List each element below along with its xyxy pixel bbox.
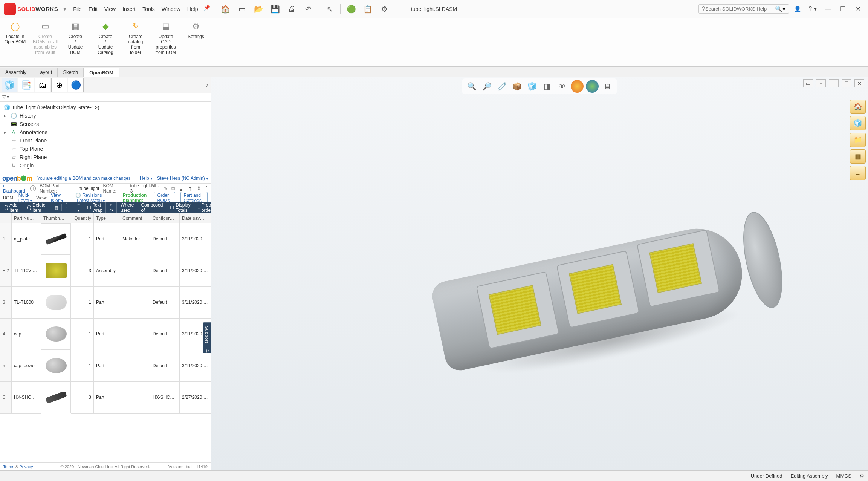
chevron-down-icon[interactable]: ▾ xyxy=(63,5,66,12)
ribbon-update-bom[interactable]: ▦ Create/ UpdateBOM xyxy=(60,18,90,66)
apply-scene-icon[interactable] xyxy=(586,80,599,93)
tab-layout[interactable]: Layout xyxy=(32,68,58,77)
search-help-input[interactable] xyxy=(705,6,775,12)
tree-sensors[interactable]: 📟Sensors xyxy=(3,120,209,128)
share-icon[interactable]: ⇪ xyxy=(197,185,201,191)
bom-table[interactable]: Part Nu…Thumbn… QuantityType CommentConf… xyxy=(0,213,211,414)
menu-window[interactable]: Window xyxy=(159,5,183,14)
undo-icon[interactable]: ↶ xyxy=(302,3,314,15)
composed-of-button[interactable]: Composed of xyxy=(138,202,166,214)
task-resources-icon[interactable]: 🧊 xyxy=(850,116,866,130)
search-icon[interactable]: 🔍▾ xyxy=(775,5,785,12)
privacy-link[interactable]: Privacy xyxy=(19,464,33,469)
task-appearance-icon[interactable]: ≡ xyxy=(850,166,866,180)
task-view-icon[interactable]: ▥ xyxy=(850,149,866,164)
view-orientation-icon[interactable]: 🧊 xyxy=(526,80,538,93)
section-view-icon[interactable]: 📦 xyxy=(510,80,523,93)
edit-name-icon[interactable]: ✎ xyxy=(164,186,167,191)
zoom-area-icon[interactable]: 🔎 xyxy=(480,80,493,93)
expand-icon[interactable]: › xyxy=(206,81,208,89)
undo-redo[interactable]: ↶ ↷ xyxy=(107,202,117,214)
status-units[interactable]: MMGS xyxy=(836,473,851,479)
tree-annotations[interactable]: ▸A̲Annotations xyxy=(3,128,209,136)
maximize-button[interactable]: ☐ xyxy=(836,4,849,14)
menu-help[interactable]: Help xyxy=(184,5,201,14)
table-row[interactable]: + 2 TL-110V-… 3 AssemblyDefault3/11/2020… xyxy=(0,255,211,286)
fm-tab-tree-icon[interactable]: 🧊 xyxy=(2,78,17,92)
support-tab[interactable]: Support ⓘ xyxy=(203,322,211,353)
user-icon[interactable]: 👤 xyxy=(791,4,804,14)
terms-link[interactable]: Terms xyxy=(3,464,14,469)
settings-icon[interactable]: ⚙ xyxy=(378,3,390,15)
upload-icon[interactable]: ⭱ xyxy=(188,185,193,191)
table-row[interactable]: 1 al_plate 1 PartMake form …Default3/11/… xyxy=(0,223,211,255)
search-help[interactable]: ? 🔍▾ xyxy=(698,4,789,14)
zoom-fit-icon[interactable]: 🔍 xyxy=(465,80,478,93)
collapse-icon[interactable]: ˄ xyxy=(205,185,208,191)
task-file-icon[interactable]: 📁 xyxy=(850,133,866,147)
mdi-tile-icon[interactable]: ▭ xyxy=(803,79,813,87)
ribbon-update-catalog[interactable]: ◆ Create/ UpdateCatalog xyxy=(90,18,121,66)
table-row[interactable]: 3 TL-T1000 1 PartDefault3/11/2020 3:… st… xyxy=(0,286,211,318)
tab-assembly[interactable]: Assembly xyxy=(0,68,32,77)
delete-item-button[interactable]: –Delete Item xyxy=(24,202,50,214)
edit-appearance-icon[interactable] xyxy=(571,80,584,93)
copy-icon[interactable]: ⧉ xyxy=(171,185,175,191)
table-row[interactable]: 4 cap 1 PartDefault3/11/2020 4:… steveca… xyxy=(0,318,211,350)
tree-history[interactable]: ▸🕘History xyxy=(3,112,209,120)
menu-edit[interactable]: Edit xyxy=(86,5,101,14)
openbom-user[interactable]: Steve Hess (NC Admin) ▾ xyxy=(157,176,208,181)
fm-filter[interactable]: ▽ ▾ xyxy=(0,93,211,102)
table-row[interactable]: 5 cap_power 1 PartDefault3/11/2020 4:… s… xyxy=(0,350,211,381)
minimize-button[interactable]: — xyxy=(821,4,834,14)
table-row[interactable]: 6 HX-SHCS… 3 PartHX-SHCS 0…2/27/2020 1… … xyxy=(0,381,211,413)
openbom-help[interactable]: Help ▾ xyxy=(140,176,153,181)
ribbon-catalog-folder[interactable]: ✎ Createcatalog fromfolder xyxy=(121,18,151,66)
menu-insert[interactable]: Insert xyxy=(119,5,139,14)
tree-top-plane[interactable]: ▱Top Plane xyxy=(3,145,209,153)
print-icon[interactable]: 🖨 xyxy=(286,3,298,15)
new-icon[interactable]: ▭ xyxy=(236,3,248,15)
fm-tab-dim-icon[interactable]: ⊕ xyxy=(51,78,67,92)
fm-tab-property-icon[interactable]: 📑 xyxy=(18,78,34,92)
previous-view-icon[interactable]: 🧷 xyxy=(495,80,508,93)
tree-front-plane[interactable]: ▱Front Plane xyxy=(3,136,209,145)
mdi-cascade-icon[interactable]: ▫ xyxy=(816,79,826,87)
tree-origin[interactable]: ↳Origin xyxy=(3,161,209,170)
save-icon[interactable]: 💾 xyxy=(269,3,281,15)
view-settings-icon[interactable]: 🖥 xyxy=(601,80,614,93)
display-style-icon[interactable]: ◨ xyxy=(541,80,553,93)
menu-view[interactable]: View xyxy=(101,5,119,14)
grid-button[interactable]: ▦ xyxy=(51,204,62,211)
task-home-icon[interactable]: 🏠 xyxy=(850,100,866,114)
display-totals-button[interactable]: ☐ Display Totals xyxy=(167,202,194,214)
rebuild-icon[interactable]: 🟢 xyxy=(345,3,357,15)
graphics-viewport[interactable]: 🔍 🔎 🧷 📦 🧊 ◨ 👁 🖥 ▭ ▫ — ☐ ✕ 🏠 🧊 📁 ▥ ≡ xyxy=(211,77,868,470)
tab-openbom[interactable]: OpenBOM xyxy=(84,68,119,77)
ribbon-update-cad[interactable]: ⬓ UpdateCAD propertiesfrom BOM xyxy=(151,18,181,66)
add-item-button[interactable]: +Add Item xyxy=(2,202,23,214)
open-icon[interactable]: 📂 xyxy=(252,3,264,15)
pin-icon[interactable]: 📌 xyxy=(204,5,210,14)
mdi-max-icon[interactable]: ☐ xyxy=(842,79,851,87)
tree-root[interactable]: 🧊 tube_light (Default<Display State-1>) xyxy=(3,103,209,112)
hide-show-icon[interactable]: 👁 xyxy=(556,80,568,93)
fm-tab-config-icon[interactable]: 🗂 xyxy=(35,78,50,92)
tab-sketch[interactable]: Sketch xyxy=(58,68,84,77)
mdi-min-icon[interactable]: — xyxy=(829,79,839,87)
tree-right-plane[interactable]: ▱Right Plane xyxy=(3,153,209,161)
menu-file[interactable]: File xyxy=(70,5,85,14)
select-icon[interactable]: ↖ xyxy=(324,3,336,15)
text-wrap-button[interactable]: ☐ Text wrap xyxy=(84,202,106,214)
help-dropdown-icon[interactable]: ? ▾ xyxy=(806,4,819,14)
ribbon-settings[interactable]: ⚙ Settings xyxy=(181,18,211,66)
info-icon[interactable]: i xyxy=(30,185,36,191)
status-options-icon[interactable]: ⚙ xyxy=(860,473,864,479)
mdi-close-icon[interactable]: ✕ xyxy=(854,79,864,87)
table-header[interactable]: Part Nu…Thumbn… QuantityType CommentConf… xyxy=(0,213,211,223)
menu-tools[interactable]: Tools xyxy=(139,5,158,14)
ribbon-locate[interactable]: ◯ Locate inOpenBOM xyxy=(0,18,30,66)
home-icon[interactable]: 🏠 xyxy=(219,3,231,15)
view-dd[interactable]: View is off xyxy=(51,193,64,203)
align-button[interactable]: ≡ ▾ xyxy=(74,202,83,214)
